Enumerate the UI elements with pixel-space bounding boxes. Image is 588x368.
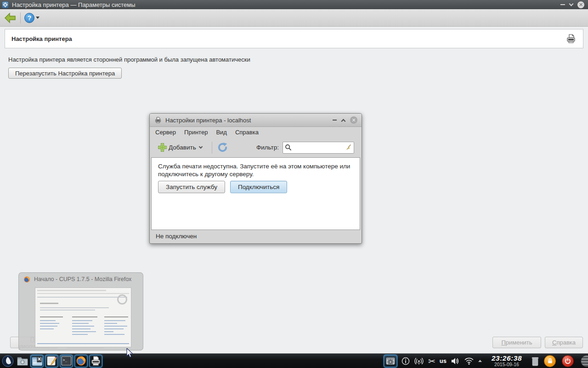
- dialog-statusbar: Не подключен: [150, 229, 362, 243]
- printer-icon: [90, 356, 101, 366]
- mouse-cursor: [126, 348, 134, 360]
- add-printer-button[interactable]: Добавить: [155, 141, 205, 154]
- terminal-button[interactable]: >_: [60, 355, 73, 368]
- firefox-icon: [23, 276, 30, 283]
- refresh-icon: [217, 142, 228, 153]
- volume-icon[interactable]: [451, 357, 460, 365]
- firefox-window-preview[interactable]: Начало - CUPS 1.7.5 - Mozilla Firefox: [18, 272, 143, 351]
- clock-date: 2015-09-16: [492, 362, 522, 367]
- svg-text:>_: >_: [63, 358, 68, 362]
- tray-expander-icon[interactable]: [478, 360, 482, 362]
- dialog-menubar: Сервер Принтер Вид Справка: [150, 127, 362, 138]
- restart-printer-settings-button[interactable]: Перезапустить Настройка принтера: [8, 68, 122, 79]
- folder-icon: [17, 356, 28, 367]
- maximize-icon[interactable]: [569, 1, 574, 6]
- clear-broom-icon[interactable]: [345, 144, 352, 151]
- back-arrow-icon: [4, 12, 16, 23]
- lock-screen-button[interactable]: [544, 355, 556, 367]
- system-settings-icon: [2, 1, 9, 8]
- menu-help[interactable]: Справка: [235, 129, 259, 136]
- notepad-pencil-icon: [46, 356, 57, 366]
- cups-logo: [117, 294, 127, 305]
- firefox-icon: [76, 356, 86, 366]
- maximize-icon[interactable]: [341, 119, 346, 123]
- printer-icon: [154, 116, 162, 124]
- filter-searchbox[interactable]: [283, 142, 354, 154]
- minimize-icon[interactable]: [333, 120, 337, 121]
- filter-input[interactable]: [292, 144, 345, 151]
- text-editor-button[interactable]: [45, 355, 58, 368]
- main-toolbar: ?: [0, 9, 588, 27]
- printer-icon: [565, 33, 577, 44]
- file-manager-button[interactable]: [16, 355, 29, 368]
- search-icon: [285, 144, 292, 151]
- power-icon: [565, 358, 571, 364]
- network-broadcast-icon[interactable]: [414, 357, 424, 365]
- help-button[interactable]: Справка: [545, 337, 583, 348]
- help-icon: ?: [24, 13, 34, 23]
- connect-button[interactable]: Подключиться: [230, 181, 287, 193]
- page-header: Настройка принтера: [5, 29, 583, 48]
- clock-time: 23:26:38: [492, 355, 522, 362]
- start-service-button[interactable]: Запустить службу: [158, 181, 225, 193]
- panel-handle[interactable]: [581, 355, 588, 367]
- page-title: Настройка принтера: [11, 35, 72, 42]
- window-titlebar: Настройка принтера — Параметры системы ✕: [0, 0, 588, 9]
- apply-button[interactable]: Применить: [492, 337, 541, 348]
- dialog-content: Служба печати недоступна. Запустите её н…: [151, 157, 360, 230]
- notification-info-icon[interactable]: [401, 357, 410, 365]
- clock[interactable]: 23:26:38 2015-09-16: [492, 355, 522, 367]
- preview-thumbnail: [35, 288, 131, 347]
- toolbar-separator: [20, 12, 21, 23]
- printer-settings-dialog: Настройки принтера - localhost ✕ Сервер …: [149, 113, 362, 244]
- info-text: Настройка принтера является сторонней пр…: [8, 56, 250, 63]
- chevron-down-icon: [198, 145, 202, 149]
- connection-status: Не подключен: [156, 233, 197, 240]
- firefox-button[interactable]: [74, 355, 88, 368]
- close-icon[interactable]: ✕: [577, 1, 584, 8]
- refresh-button[interactable]: [217, 142, 228, 153]
- chevron-down-icon: [36, 17, 40, 19]
- back-button[interactable]: [4, 12, 17, 24]
- active-window-settings-button[interactable]: [384, 355, 397, 368]
- minimize-icon[interactable]: [560, 4, 565, 5]
- close-icon[interactable]: ✕: [350, 116, 357, 124]
- dialog-title: Настройки принтера - localhost: [165, 117, 333, 124]
- filter-label: Фильтр:: [256, 144, 279, 151]
- dialog-titlebar[interactable]: Настройки принтера - localhost ✕: [150, 114, 362, 127]
- media-window-icon: [32, 356, 43, 366]
- taskbar: >_ ✂ us 23:26:38 2015-09-16: [0, 353, 588, 368]
- lock-icon: [547, 358, 553, 364]
- app-menu-button[interactable]: [1, 355, 14, 368]
- preview-title: Начало - CUPS 1.7.5 - Mozilla Firefox: [34, 276, 131, 282]
- toolbar-separator: [212, 142, 212, 154]
- shutdown-button[interactable]: [562, 355, 574, 367]
- menu-printer[interactable]: Принтер: [184, 129, 208, 136]
- app-menu-icon: [2, 355, 14, 367]
- help-menu-button[interactable]: ?: [24, 13, 40, 23]
- menu-server[interactable]: Сервер: [155, 129, 176, 136]
- trash-icon[interactable]: [531, 356, 540, 367]
- dialog-toolbar: Добавить Фильтр:: [150, 138, 362, 157]
- window-title: Настройка принтера — Параметры системы: [12, 1, 560, 8]
- gear-window-icon: [385, 356, 396, 366]
- printer-app-button[interactable]: [89, 355, 102, 368]
- menu-view[interactable]: Вид: [216, 129, 227, 136]
- clipboard-scissors-icon[interactable]: ✂: [428, 356, 435, 366]
- plus-icon: [158, 143, 167, 152]
- media-app-button[interactable]: [30, 355, 44, 368]
- service-unavailable-message: Служба печати недоступна. Запустите её н…: [158, 163, 350, 178]
- terminal-icon: >_: [61, 356, 72, 366]
- keyboard-layout-indicator[interactable]: us: [440, 357, 447, 364]
- wifi-icon[interactable]: [464, 357, 474, 365]
